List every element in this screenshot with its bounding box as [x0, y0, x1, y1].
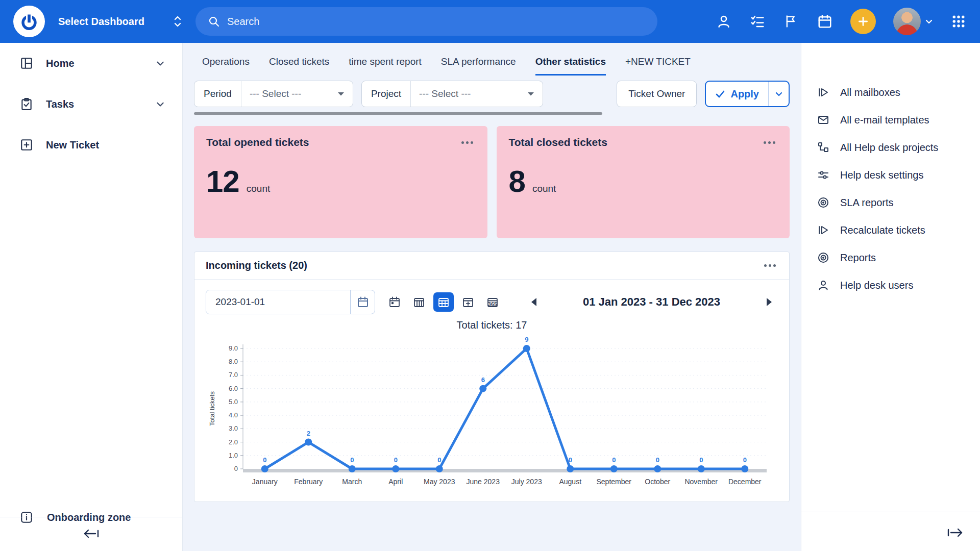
tab-closed-tickets[interactable]: Closed tickets: [269, 56, 329, 76]
tab-time-spent-report[interactable]: time spent report: [349, 56, 422, 76]
svg-text:April: April: [388, 478, 403, 486]
previous-period-icon[interactable]: [525, 293, 543, 311]
dashboard-selector-label: Select Dashboard: [58, 16, 144, 28]
sidebar-item-label: Tasks: [46, 98, 74, 110]
tab-sla-performance[interactable]: SLA performance: [441, 56, 516, 76]
sidebar-item-help-desk-projects[interactable]: All Help desk projects: [801, 134, 980, 161]
chevron-down-icon[interactable]: [156, 59, 165, 68]
svg-text:2.0: 2.0: [228, 438, 237, 446]
ticket-owner-label: Ticket Owner: [628, 88, 685, 99]
sidebar-item-label: All Help desk projects: [840, 142, 938, 154]
flag-icon[interactable]: [783, 13, 799, 30]
tab-operations[interactable]: Operations: [202, 56, 250, 76]
svg-text:3.0: 3.0: [228, 424, 237, 432]
project-filter[interactable]: Project --- Select ---: [361, 81, 543, 107]
sidebar-item-all-mailboxes[interactable]: All mailboxes: [801, 79, 980, 106]
dropdown-caret-icon: [337, 91, 345, 96]
view-quarter-icon[interactable]: [458, 292, 478, 312]
sidebar-item-help-desk-settings[interactable]: Help desk settings: [801, 161, 980, 189]
card-value: 8: [509, 164, 525, 199]
calendar-icon[interactable]: [817, 13, 833, 30]
sidebar-item-label: Reports: [840, 252, 876, 264]
apply-split-button: Apply: [705, 81, 790, 107]
project-filter-label: Project: [362, 81, 411, 107]
calendar-picker-icon[interactable]: [350, 290, 375, 314]
next-period-icon[interactable]: [761, 293, 778, 311]
svg-text:August: August: [559, 478, 581, 486]
onboarding-zone-button[interactable]: Onboarding zone: [19, 510, 131, 524]
date-input[interactable]: [206, 290, 350, 314]
more-options-icon[interactable]: [762, 262, 778, 269]
svg-text:0: 0: [350, 456, 354, 464]
app-root: Select Dashboard: [0, 0, 980, 551]
view-week-icon[interactable]: [409, 292, 429, 312]
incoming-tickets-card: Incoming tickets (20): [194, 252, 790, 502]
svg-text:Total tickets: Total tickets: [208, 391, 216, 426]
card-unit: count: [532, 183, 556, 194]
view-month-icon[interactable]: [433, 292, 454, 312]
period-filter[interactable]: Period --- Select ---: [194, 81, 353, 107]
sidebar-item-help-desk-users[interactable]: Help desk users: [801, 271, 980, 299]
collapse-sidebar-icon[interactable]: [78, 523, 105, 544]
right-sidebar: All mailboxes All e-mail templates Al: [801, 43, 980, 551]
expand-sidebar-icon[interactable]: [941, 522, 969, 543]
plus-square-icon: [19, 138, 34, 152]
view-365-label: 365: [488, 301, 497, 307]
check-icon: [715, 89, 725, 99]
total-tickets-label: Total tickets: 17: [194, 319, 789, 331]
dropdown-caret-icon: [527, 91, 534, 96]
filter-bar: Period --- Select --- Project --- Select…: [194, 81, 790, 107]
svg-text:8.0: 8.0: [228, 358, 237, 365]
tab-new-ticket[interactable]: +NEW TICKET: [625, 56, 691, 76]
period-filter-label: Period: [194, 81, 241, 107]
tab-other-statistics[interactable]: Other statistics: [535, 56, 606, 76]
sidebar-item-new-ticket[interactable]: New Ticket: [0, 124, 182, 165]
topbar: Select Dashboard: [0, 0, 980, 43]
filters-horizontal-scrollbar[interactable]: [194, 112, 602, 115]
apps-grid-icon[interactable]: [950, 13, 967, 30]
more-options-icon[interactable]: [762, 139, 777, 146]
settings-sliders-icon: [817, 168, 830, 182]
card-unit: count: [247, 183, 270, 194]
view-year-365-icon[interactable]: 365: [482, 292, 503, 312]
plus-icon: [856, 15, 870, 28]
dashboard-selector[interactable]: Select Dashboard: [58, 15, 182, 28]
add-new-button[interactable]: [850, 9, 876, 34]
app-logo[interactable]: [13, 6, 45, 37]
more-options-icon[interactable]: [459, 139, 475, 146]
svg-text:July 2023: July 2023: [511, 478, 542, 486]
sidebar-item-reports[interactable]: Reports: [801, 244, 980, 271]
sidebar-item-label: SLA reports: [840, 197, 894, 209]
apply-dropdown-caret[interactable]: [768, 82, 789, 106]
sidebar-item-recalculate-tickets[interactable]: Recalculate tickets: [801, 216, 980, 244]
user-profile-icon[interactable]: [716, 13, 732, 30]
user-icon: [817, 279, 830, 292]
avatar: [893, 8, 921, 35]
sidebar-item-tasks[interactable]: Tasks: [0, 84, 182, 124]
calendar-view-toggles: 365: [384, 292, 503, 312]
search-bar[interactable]: [195, 7, 657, 36]
card-value: 12: [206, 164, 239, 199]
stat-cards-row: Total opened tickets 12 count Total clos…: [194, 126, 790, 238]
forward-play-icon: [817, 86, 830, 99]
clipboard-check-icon: [19, 97, 34, 111]
sidebar-item-email-templates[interactable]: All e-mail templates: [801, 106, 980, 134]
svg-text:October: October: [645, 478, 670, 486]
svg-text:2: 2: [306, 430, 310, 437]
apply-button[interactable]: Apply: [706, 82, 768, 106]
svg-text:9.0: 9.0: [228, 344, 237, 352]
ticket-owner-filter[interactable]: Ticket Owner: [617, 81, 697, 107]
svg-text:March: March: [342, 478, 362, 486]
user-avatar-menu[interactable]: [893, 8, 933, 35]
chevron-down-icon[interactable]: [156, 99, 165, 109]
total-opened-tickets-card: Total opened tickets 12 count: [194, 126, 487, 238]
search-input[interactable]: [227, 16, 645, 28]
sidebar-item-label: Home: [46, 58, 75, 69]
view-day-icon[interactable]: [384, 292, 405, 312]
sidebar-item-sla-reports[interactable]: SLA reports: [801, 189, 980, 216]
tasks-list-icon[interactable]: [749, 13, 766, 30]
sidebar-item-home[interactable]: Home: [0, 43, 182, 84]
svg-text:5.0: 5.0: [228, 398, 237, 406]
help-desk-tools-list: All mailboxes All e-mail templates Al: [801, 43, 980, 299]
svg-text:0: 0: [234, 465, 237, 472]
